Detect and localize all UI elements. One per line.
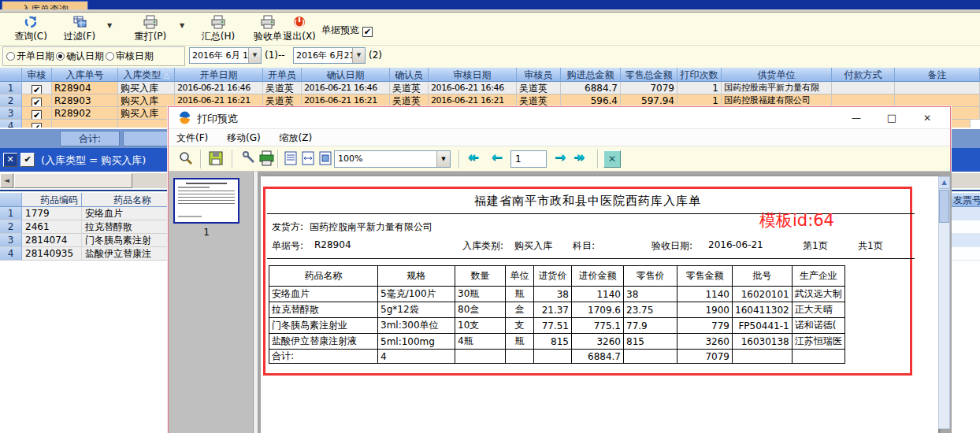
header-rownum	[0, 68, 22, 82]
checkbox-checked-icon[interactable]: ✔	[32, 85, 42, 94]
preview-content: 1 福建省南平市政和县中医院西药库入库单 模板id:64 发货方: 国药控股南平…	[169, 172, 952, 433]
panel-splitter[interactable]	[253, 172, 258, 433]
radio-bill-date[interactable]: 开单日期	[6, 50, 54, 63]
dialog-title: 打印预览	[197, 112, 238, 126]
list-item[interactable]	[951, 234, 980, 247]
maximize-icon[interactable]: □	[880, 110, 904, 126]
header-confirm-date[interactable]: 确认日期	[302, 68, 390, 82]
prev-page-icon[interactable]: ←	[492, 149, 503, 165]
list-item[interactable]	[951, 207, 980, 220]
list-item[interactable]	[951, 247, 980, 261]
filter-dropdown-icon[interactable]: ▼	[104, 19, 115, 33]
next-page-icon[interactable]: →	[555, 149, 566, 165]
document-preview-label: 单据预览	[321, 24, 359, 35]
header-confirm-by[interactable]: 确认员	[390, 68, 429, 82]
last-page-icon[interactable]: ↠	[574, 149, 585, 165]
divider	[267, 258, 915, 259]
apply-filter-button[interactable]: ✔	[20, 153, 35, 167]
reprint-label: 重打(P)	[128, 31, 173, 43]
table-row-selected[interactable]: 2 ✔ R28903 购买入库 2016-06-21 16:21 吴道英 201…	[0, 94, 980, 107]
page-current: 第1页	[803, 239, 828, 253]
list-item[interactable]	[951, 220, 980, 234]
menu-file[interactable]: 文件(F)	[169, 129, 216, 145]
chevron-down-icon[interactable]: ▼	[352, 48, 365, 63]
header-print-count[interactable]: 打印次数	[677, 68, 722, 82]
scroll-up-icon[interactable]: ▲	[939, 177, 949, 189]
radio-confirm-date[interactable]: 确认日期	[56, 50, 104, 63]
template-id-badge: 模板id:64	[759, 209, 834, 231]
exit-button[interactable]: 退出(X)	[277, 14, 321, 44]
header-audit-by[interactable]: 审核员	[517, 68, 561, 82]
header-invoice[interactable]: 发票号	[951, 193, 980, 207]
reprint-dropdown-icon[interactable]: ▼	[176, 19, 187, 33]
header-retail-total[interactable]: 零售总金额	[621, 68, 677, 82]
preview-table-header: 药品名称规格 数量单位 进货价进价金额 零售价零售金额 批号生产企业	[269, 266, 845, 287]
thumbnail-page-number[interactable]: 1	[169, 227, 244, 238]
save-icon[interactable]	[208, 150, 224, 168]
table-row[interactable]: 1 ✔ R28904 购买入库 2016-06-21 16:46 吴道英 201…	[0, 82, 980, 94]
clear-filter-button[interactable]: ✕	[3, 153, 17, 167]
close-icon[interactable]: ✕	[915, 110, 939, 126]
print-icon[interactable]	[258, 150, 275, 168]
vertical-scrollbar[interactable]: ▲	[938, 176, 950, 429]
checkbox-checked-icon[interactable]: ✔	[32, 123, 42, 128]
filter-button[interactable]: 过滤(F)	[57, 14, 102, 44]
page-layout-full-icon[interactable]	[318, 150, 332, 168]
scrollbar-thumb[interactable]	[939, 190, 949, 223]
minimize-icon[interactable]: —	[845, 110, 868, 126]
summary-button[interactable]: 汇总(H)	[195, 14, 241, 44]
page-layout-width-icon[interactable]	[301, 150, 315, 168]
header-bill-by[interactable]: 开单员	[263, 68, 302, 82]
table-row: 门冬胰岛素注射业3ml:300单位 10支支 77.51775.1 77.977…	[269, 318, 845, 334]
checkbox-checked-icon[interactable]: ✔	[32, 110, 42, 120]
first-page-icon[interactable]: ↞	[468, 149, 479, 165]
date-from-combo[interactable]: 2016年 6月 1 ▼	[189, 47, 262, 64]
filter-label: 过滤(F)	[57, 31, 102, 43]
radio-selected-icon	[56, 52, 65, 61]
scroll-left-icon[interactable]: ◄	[0, 173, 13, 188]
preview-page: 福建省南平市政和县中医院西药库入库单 模板id:64 发货方: 国药控股南平新力…	[261, 176, 938, 433]
printer-icon	[195, 14, 241, 31]
close-preview-button[interactable]: ✕	[603, 150, 621, 168]
tab-label: 入库单查询	[21, 4, 69, 9]
header-note[interactable]: 备注	[895, 68, 980, 82]
header-bill-date[interactable]: 开单日期	[175, 68, 263, 82]
accept-date-value: 2016-06-21	[708, 239, 763, 250]
header-drug-code[interactable]: 药品编码	[22, 193, 82, 207]
header-type[interactable]: 入库类型 △	[118, 68, 175, 82]
inbound-type-value: 购买入库	[514, 239, 552, 253]
radio-icon	[6, 52, 15, 61]
print-preview-dialog: 打印预览 — □ ✕ 文件(F) 移动(G) 缩放(Z)	[168, 106, 951, 433]
date-to-combo[interactable]: 2016年 6月21日 ▼	[293, 47, 366, 64]
menu-zoom[interactable]: 缩放(Z)	[272, 129, 321, 145]
zoom-tool-icon[interactable]	[178, 150, 195, 169]
radio-audit-date[interactable]: 审核日期	[106, 50, 154, 63]
document-preview-toggle[interactable]: 单据预览 ✔	[321, 24, 373, 37]
reprint-button[interactable]: 重打(P)	[128, 14, 173, 44]
checkbox-checked-icon[interactable]: ✔	[32, 98, 42, 107]
radio-icon	[106, 52, 114, 61]
header-supplier[interactable]: 供货单位	[722, 68, 832, 82]
inbound-type-label: 入库类别:	[462, 239, 503, 253]
header-audit-date[interactable]: 审核日期	[429, 68, 517, 82]
chevron-down-icon[interactable]: ▼	[248, 48, 261, 63]
tab-inbound-query[interactable]: 入库单查询	[2, 1, 88, 9]
checkbox-checked-icon[interactable]: ✔	[362, 27, 373, 37]
zoom-level-combo[interactable]: 100% ▼	[334, 150, 451, 168]
query-button[interactable]: 查询(C)	[8, 14, 54, 44]
table-row: 拉克替醇散5g*12袋 80盒盒 21.371709.6 23.751900 1…	[269, 302, 845, 318]
print-setup-icon[interactable]	[241, 150, 257, 168]
page-thumbnail[interactable]	[173, 178, 239, 224]
subject-label: 科目:	[573, 239, 595, 253]
dialog-titlebar[interactable]: 打印预览 — □ ✕	[169, 107, 950, 129]
header-purchase-total[interactable]: 购进总金额	[561, 68, 621, 82]
header-payment[interactable]: 付款方式	[832, 68, 895, 82]
scrollbar-thumb[interactable]	[14, 173, 132, 188]
menu-move[interactable]: 移动(G)	[219, 129, 269, 145]
header-audit[interactable]: 审核	[22, 68, 52, 82]
page-layout-single-icon[interactable]	[284, 150, 298, 168]
header-order-no[interactable]: 入库单号	[52, 68, 118, 82]
chevron-down-icon[interactable]: ▼	[436, 151, 450, 167]
table-row: 安络血片5毫克/100片 30瓶瓶 381140 381140 16020101…	[269, 287, 845, 302]
page-number-input[interactable]: 1	[510, 150, 547, 168]
